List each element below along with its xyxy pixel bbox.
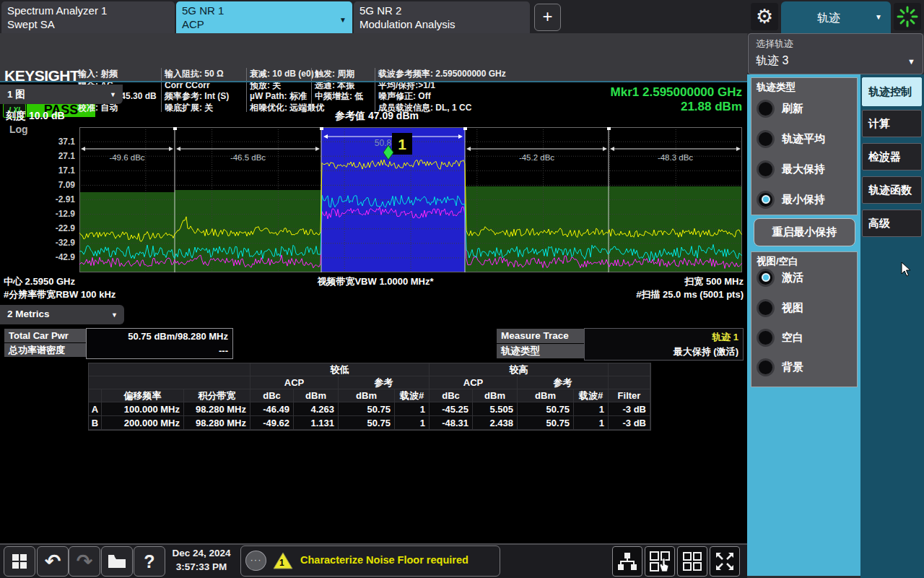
undo-icon: ↶: [45, 550, 61, 573]
alert-status-group[interactable]: ··· 1 Characterize Noise Floor required: [240, 545, 500, 577]
radio-label: 空白: [782, 331, 803, 345]
radio-active[interactable]: 激活: [757, 268, 803, 287]
log-scale-label: Log: [9, 124, 28, 135]
radio-icon-selected: [757, 269, 775, 287]
table-cell: -48.31: [430, 416, 473, 430]
tab-spectrum-analyzer[interactable]: Spectrum Analyzer 1 Swept SA: [1, 1, 175, 33]
fullscreen-button[interactable]: [710, 546, 740, 577]
tab-5g-nr-1-acp[interactable]: 5G NR 1 ACP ▼: [176, 1, 352, 33]
y-axis-tick: -2.91: [40, 194, 75, 204]
radio-icon: [757, 299, 775, 317]
y-axis-tick: -42.9: [40, 252, 75, 262]
select-trace-label: 选择轨迹: [756, 38, 793, 51]
radio-icon-selected: [757, 191, 775, 209]
table-cell: -45.25: [430, 402, 473, 416]
table-cell: -3 dB: [609, 416, 650, 430]
radio-icon: [757, 100, 775, 118]
y-axis-tick: 37.1: [40, 137, 75, 147]
radio-refresh[interactable]: 刷新: [757, 99, 803, 118]
table-row-label: A: [89, 402, 102, 416]
redo-button[interactable]: ↷: [69, 546, 100, 577]
table-cell: 100.000 MHz: [102, 402, 184, 416]
svg-text:-45.2 dBc: -45.2 dBc: [519, 153, 554, 162]
file-explorer-button[interactable]: [101, 546, 133, 577]
instrument-screen: Spectrum Analyzer 1 Swept SA 5G NR 1 ACP…: [0, 0, 924, 578]
measure-trace-label: Measure Trace: [497, 329, 588, 343]
settings-gear-button[interactable]: ⚙: [751, 3, 778, 30]
divider: [0, 81, 747, 82]
subgroup-header: 参考: [339, 376, 430, 389]
setting-line: 频率参考: Int (S): [165, 91, 229, 103]
radio-blank[interactable]: 空白: [757, 328, 803, 347]
metric-label: Total Car Pwr: [4, 329, 86, 342]
column-header: dBm: [294, 389, 339, 402]
select-window-button[interactable]: [645, 546, 675, 577]
center-freq-annotation: 中心 2.5950 GHz: [4, 275, 75, 288]
column-header: dBc: [250, 389, 294, 402]
radio-background[interactable]: 背景: [757, 358, 803, 376]
table-cell: 5.505: [473, 402, 518, 416]
table-cell: -46.49: [250, 402, 294, 416]
tab-advanced[interactable]: 高级: [862, 210, 922, 237]
y-axis-tick: -12.9: [40, 209, 75, 219]
green-burst-icon: [897, 6, 918, 27]
table-cell: 2.438: [473, 416, 518, 430]
measure-trace-value-box[interactable]: 轨迹 1 最大保持 (激活): [584, 328, 744, 361]
radio-view[interactable]: 视图: [757, 298, 803, 317]
windows-logo-icon: [12, 553, 27, 569]
sweep-annotation: #扫描 25.0 ms (5001 pts): [526, 288, 744, 301]
table-spacer: [609, 376, 650, 389]
tab-title: Spectrum Analyzer 1: [7, 4, 169, 17]
window-selector-dropdown[interactable]: 1 图 ▼: [0, 85, 123, 104]
help-icon: ?: [144, 551, 154, 572]
metrics-selector-dropdown[interactable]: 2 Metrics ▼: [0, 305, 124, 324]
marker-readout: Mkr1 2.595000000 GHz 21.88 dBm: [505, 85, 742, 114]
tab-calculate[interactable]: 计算: [862, 110, 922, 137]
group-header-lower: 较低: [250, 363, 430, 376]
undo-button[interactable]: ↶: [37, 546, 69, 577]
svg-text:1: 1: [398, 136, 406, 152]
sequence-view-button[interactable]: [612, 546, 642, 577]
radio-icon: [757, 130, 775, 148]
setting-line: 噪声修正: Off: [378, 91, 506, 103]
activity-indicator: [894, 3, 921, 30]
top-tab-bar: Spectrum Analyzer 1 Swept SA 5G NR 1 ACP…: [0, 0, 924, 33]
setting-line: 输入: 射频: [78, 69, 157, 80]
restart-min-hold-button[interactable]: 重启最小保持: [754, 218, 855, 246]
setting-line: 衰减: 10 dB (e0): [250, 69, 324, 80]
trace-menu-dropdown[interactable]: 轨迹 ▼: [781, 1, 891, 33]
column-header: [89, 389, 102, 402]
ref-level-label: 参考值 47.09 dBm: [261, 110, 492, 123]
radio-trace-average[interactable]: 轨迹平均: [757, 129, 825, 148]
radio-label: 最大保持: [782, 163, 825, 176]
help-button[interactable]: ?: [134, 546, 165, 577]
table-cell: -3 dB: [609, 402, 650, 416]
tab-trace-control[interactable]: 轨迹控制: [862, 77, 922, 106]
add-measurement-button[interactable]: +: [534, 4, 561, 31]
windows-start-button[interactable]: [4, 546, 35, 577]
radio-max-hold[interactable]: 最大保持: [757, 160, 825, 178]
spectrum-plot[interactable]: -49.6 dBc-46.5 dBc-45.2 dBc-48.3 dBc50.8…: [79, 127, 742, 272]
date-label: Dec 24, 2024: [165, 546, 238, 560]
select-trace-value: 轨迹 3: [756, 53, 788, 69]
table-cell: 98.280 MHz: [184, 416, 250, 430]
table-cell: 1.131: [294, 416, 339, 430]
setting-line: µW Path: 标准: [250, 91, 324, 103]
metric-value: ---: [87, 344, 232, 358]
select-trace-dropdown[interactable]: 选择轨迹 轨迹 3 ▼: [748, 33, 923, 74]
tab-5g-nr-2-modulation[interactable]: 5G NR 2 Modulation Analysis: [354, 1, 530, 33]
table-cell: 1: [574, 416, 609, 430]
column-header: 积分带宽: [184, 389, 250, 402]
svg-text:-48.3 dBc: -48.3 dBc: [658, 153, 693, 162]
radio-icon: [757, 358, 775, 376]
metrics-selector-label: 2 Metrics: [7, 309, 50, 319]
settings-column-impedance: 输入阻抗: 50 Ω Corr CCorr 频率参考: Int (S) 噪底扩展…: [165, 69, 229, 113]
tab-title: 5G NR 1: [182, 4, 346, 17]
tab-detector[interactable]: 检波器: [862, 143, 922, 171]
radio-min-hold[interactable]: 最小保持: [757, 190, 825, 209]
window-layout-button[interactable]: [677, 546, 707, 577]
grid-layout-icon: [681, 551, 703, 572]
tab-trace-function[interactable]: 轨迹函数: [862, 176, 922, 204]
time-label: 3:57:33 PM: [165, 560, 238, 574]
trace-type-title: 轨迹类型: [757, 81, 796, 94]
